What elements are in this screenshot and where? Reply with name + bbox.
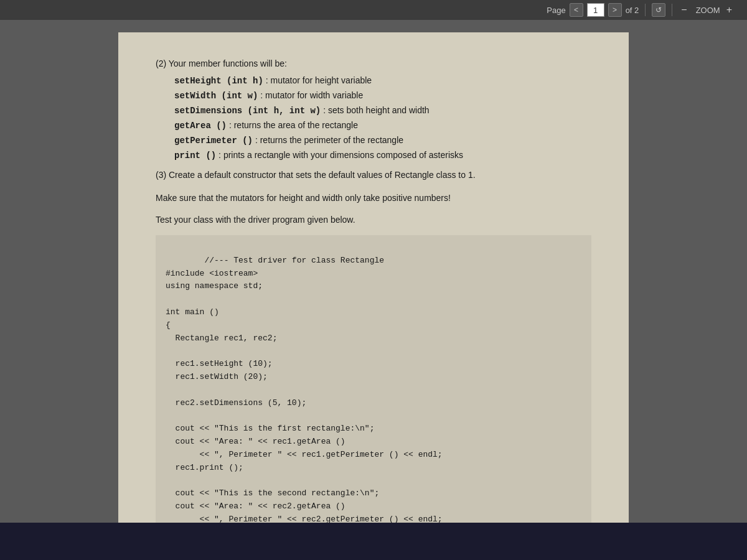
fn2-desc: : mutator for width variable bbox=[260, 90, 363, 100]
fn6-line: print () : prints a rectangle with your … bbox=[174, 149, 591, 162]
fn2-code: setWidth (int w) bbox=[174, 91, 258, 101]
fn4-line: getArea () : returns the area of the rec… bbox=[174, 119, 591, 133]
page-number-input[interactable] bbox=[587, 3, 604, 17]
paragraph-2: Test your class with the driver program … bbox=[156, 213, 591, 226]
fn6-desc: : prints a rectangle with your dimension… bbox=[218, 150, 463, 160]
separator2 bbox=[672, 4, 672, 16]
fn3-desc: : sets both height and width bbox=[323, 105, 429, 115]
fn4-desc: : returns the area of the rectangle bbox=[229, 120, 358, 130]
refresh-button[interactable]: ↺ bbox=[652, 3, 665, 17]
section-2-header: (2) Your member functions will be: bbox=[156, 57, 591, 70]
toolbar-right: Page < > of 2 ↺ − ZOOM + bbox=[547, 3, 735, 17]
code-block: //--- Test driver for class Rectangle #i… bbox=[156, 235, 591, 523]
page-label: Page bbox=[547, 6, 565, 15]
next-page-button[interactable]: > bbox=[608, 3, 622, 17]
fn1-desc: : mutator for height variable bbox=[266, 75, 372, 85]
fn3-code: setDimensions (int h, int w) bbox=[174, 106, 321, 116]
fn5-code: getPerimeter () bbox=[174, 136, 253, 146]
document-area: (2) Your member functions will be: setHe… bbox=[0, 20, 747, 523]
fn5-desc: : returns the perimeter of the rectangle bbox=[255, 135, 403, 145]
code-content: //--- Test driver for class Rectangle #i… bbox=[166, 256, 443, 523]
zoom-label: ZOOM bbox=[696, 6, 720, 15]
section-2-label: (2) Your member functions will be: bbox=[156, 58, 287, 68]
separator bbox=[645, 4, 646, 16]
zoom-plus-button[interactable]: + bbox=[724, 5, 735, 15]
paragraph-1: Make sure that the mutators for height a… bbox=[156, 192, 591, 205]
page: (2) Your member functions will be: setHe… bbox=[118, 32, 629, 523]
fn2-line: setWidth (int w) : mutator for width var… bbox=[174, 89, 591, 103]
fn1-line: setHeight (int h) : mutator for height v… bbox=[174, 74, 591, 88]
para1-text: Make sure that the mutators for height a… bbox=[156, 193, 451, 203]
of-pages-label: of 2 bbox=[626, 6, 639, 15]
section-3: (3) Create a default constructor that se… bbox=[156, 169, 591, 182]
toolbar: Page < > of 2 ↺ − ZOOM + bbox=[0, 0, 747, 20]
section-3-text: (3) Create a default constructor that se… bbox=[156, 170, 476, 180]
fn6-code: print () bbox=[174, 151, 216, 161]
fn1-code: setHeight (int h) bbox=[174, 76, 263, 86]
taskbar bbox=[0, 523, 747, 560]
zoom-minus-button[interactable]: − bbox=[679, 5, 689, 15]
fn4-code: getArea () bbox=[174, 121, 227, 131]
fn5-line: getPerimeter () : returns the perimeter … bbox=[174, 134, 591, 147]
page-content: (2) Your member functions will be: setHe… bbox=[156, 57, 591, 523]
fn3-line: setDimensions (int h, int w) : sets both… bbox=[174, 104, 591, 118]
prev-page-button[interactable]: < bbox=[570, 3, 583, 17]
member-functions-list: setHeight (int h) : mutator for height v… bbox=[174, 74, 591, 162]
para2-text: Test your class with the driver program … bbox=[156, 215, 355, 225]
